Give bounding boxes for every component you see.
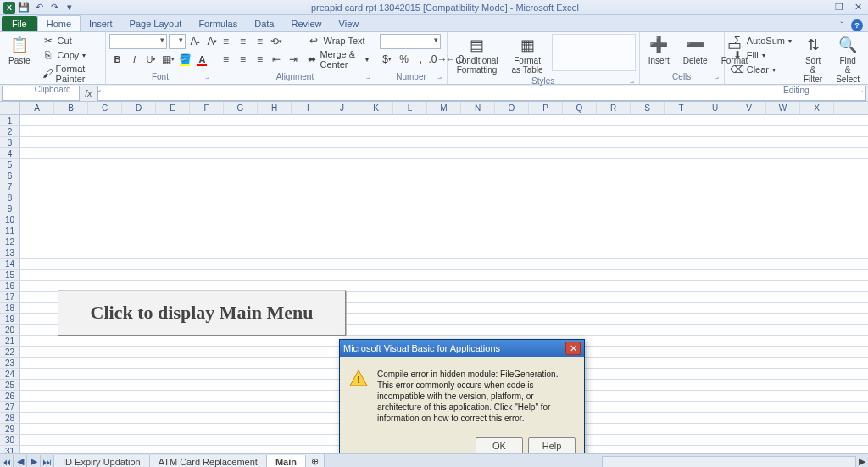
row-header[interactable]: 25 <box>0 380 20 390</box>
tab-review[interactable]: Review <box>282 16 330 31</box>
row-header[interactable]: 4 <box>0 148 20 158</box>
font-color-icon[interactable]: A <box>194 52 209 67</box>
row-header[interactable]: 3 <box>0 137 20 147</box>
column-header[interactable]: M <box>427 102 461 114</box>
column-header[interactable]: G <box>224 102 258 114</box>
align-top-icon[interactable]: ≡ <box>218 34 233 49</box>
sheet-tab-atm-card[interactable]: ATM Card Replacement <box>150 455 267 468</box>
column-header[interactable]: P <box>529 102 563 114</box>
cut-button[interactable]: ✂Cut <box>39 34 103 47</box>
row-header[interactable]: 9 <box>0 203 20 214</box>
increase-decimal-icon[interactable]: .0→ <box>431 52 446 67</box>
column-header[interactable]: R <box>597 102 631 114</box>
row-header[interactable]: 21 <box>0 336 20 346</box>
dialog-help-button[interactable]: Help <box>528 437 576 453</box>
format-painter-button[interactable]: 🖌Format Painter <box>39 63 103 85</box>
find-select-button[interactable]: 🔍Find & Select <box>831 34 865 86</box>
undo-icon[interactable]: ↶ <box>32 1 46 14</box>
column-header[interactable]: O <box>495 102 529 114</box>
column-header[interactable]: V <box>732 102 766 114</box>
column-header[interactable]: L <box>393 102 427 114</box>
number-format-selector[interactable] <box>380 34 441 49</box>
fill-color-icon[interactable]: 🪣 <box>177 52 192 67</box>
border-icon[interactable]: ▦▾ <box>160 52 175 67</box>
align-right-icon[interactable]: ≡ <box>252 52 267 67</box>
column-header[interactable]: K <box>359 102 393 114</box>
conditional-formatting-button[interactable]: ▤ Conditional Formatting <box>451 34 504 76</box>
qat-dropdown-icon[interactable]: ▾ <box>63 1 76 14</box>
row-header[interactable]: 30 <box>0 435 20 445</box>
sheet-tab-id-expiry[interactable]: ID Expiry Updation <box>54 455 150 468</box>
sheet-nav-last-icon[interactable]: ⏭ <box>41 455 54 468</box>
column-header[interactable]: W <box>766 102 800 114</box>
row-header[interactable]: 24 <box>0 369 20 379</box>
insert-button[interactable]: ➕Insert <box>643 34 675 67</box>
select-all-corner[interactable] <box>0 102 20 114</box>
copy-button[interactable]: ⎘Copy▾ <box>39 48 103 62</box>
align-left-icon[interactable]: ≡ <box>218 52 233 67</box>
column-header[interactable]: T <box>665 102 698 114</box>
row-header[interactable]: 31 <box>0 446 20 453</box>
horizontal-scrollbar[interactable] <box>602 456 856 468</box>
row-header[interactable]: 16 <box>0 281 20 291</box>
row-header[interactable]: 13 <box>0 247 20 258</box>
row-header[interactable]: 5 <box>0 159 20 170</box>
italic-icon[interactable]: I <box>126 52 142 67</box>
decrease-indent-icon[interactable]: ⇤ <box>269 52 284 67</box>
percent-icon[interactable]: % <box>397 52 412 67</box>
row-header[interactable]: 2 <box>0 126 20 136</box>
tab-data[interactable]: Data <box>246 16 282 31</box>
font-selector[interactable] <box>109 34 167 49</box>
row-header[interactable]: 20 <box>0 325 20 335</box>
row-header[interactable]: 12 <box>0 236 20 247</box>
column-header[interactable]: J <box>326 102 359 114</box>
dialog-ok-button[interactable]: OK <box>476 437 523 453</box>
increase-indent-icon[interactable]: ⇥ <box>286 52 301 67</box>
row-header[interactable]: 22 <box>0 347 20 357</box>
tab-home[interactable]: Home <box>37 15 81 31</box>
row-header[interactable]: 28 <box>0 413 20 423</box>
restore-icon[interactable]: ❐ <box>832 2 846 14</box>
tab-file[interactable]: File <box>2 16 37 31</box>
tab-view[interactable]: View <box>331 16 368 31</box>
row-header[interactable]: 15 <box>0 270 20 280</box>
minimize-ribbon-icon[interactable]: ˇ <box>836 19 848 31</box>
column-header[interactable]: B <box>54 102 88 114</box>
column-header[interactable]: E <box>156 102 190 114</box>
excel-icon[interactable]: X <box>3 2 15 14</box>
sort-filter-button[interactable]: ⇅Sort & Filter <box>798 34 827 86</box>
tab-page-layout[interactable]: Page Layout <box>121 16 191 31</box>
row-header[interactable]: 14 <box>0 259 20 269</box>
wrap-text-button[interactable]: ↩Wrap Text <box>304 34 371 47</box>
sheet-nav-next-icon[interactable]: ▶ <box>27 455 41 468</box>
font-size-selector[interactable] <box>169 34 186 49</box>
tab-insert[interactable]: Insert <box>81 16 121 31</box>
fill-button[interactable]: ⬇Fill▾ <box>728 48 795 62</box>
paste-button[interactable]: 📋 Paste <box>3 34 36 67</box>
column-header[interactable]: F <box>190 102 224 114</box>
column-header[interactable]: S <box>631 102 665 114</box>
row-header[interactable]: 8 <box>0 192 20 203</box>
align-center-icon[interactable]: ≡ <box>235 52 250 67</box>
row-header[interactable]: 27 <box>0 402 20 412</box>
sheet-nav-first-icon[interactable]: ⏮ <box>0 455 14 468</box>
row-header[interactable]: 7 <box>0 181 20 192</box>
row-header[interactable]: 10 <box>0 214 20 225</box>
currency-icon[interactable]: $▾ <box>380 52 395 67</box>
tab-formulas[interactable]: Formulas <box>190 16 246 31</box>
minimize-icon[interactable]: ─ <box>814 2 827 14</box>
clear-button[interactable]: ⌫Clear▾ <box>728 63 795 76</box>
row-header[interactable]: 29 <box>0 424 20 434</box>
dialog-titlebar[interactable]: Microsoft Visual Basic for Applications … <box>340 340 584 357</box>
row-header[interactable]: 19 <box>0 314 20 324</box>
row-header[interactable]: 23 <box>0 358 20 368</box>
column-header[interactable]: C <box>88 102 122 114</box>
main-menu-button[interactable]: Click to display Main Menu <box>58 290 346 336</box>
sheet-nav-prev-icon[interactable]: ◀ <box>14 455 27 468</box>
row-header[interactable]: 17 <box>0 292 20 302</box>
column-header[interactable]: D <box>122 102 156 114</box>
dialog-close-icon[interactable]: ✕ <box>565 342 581 355</box>
row-header[interactable]: 1 <box>0 115 20 125</box>
increase-font-icon[interactable]: A▴ <box>187 34 203 49</box>
sheet-tab-main[interactable]: Main <box>267 455 306 468</box>
